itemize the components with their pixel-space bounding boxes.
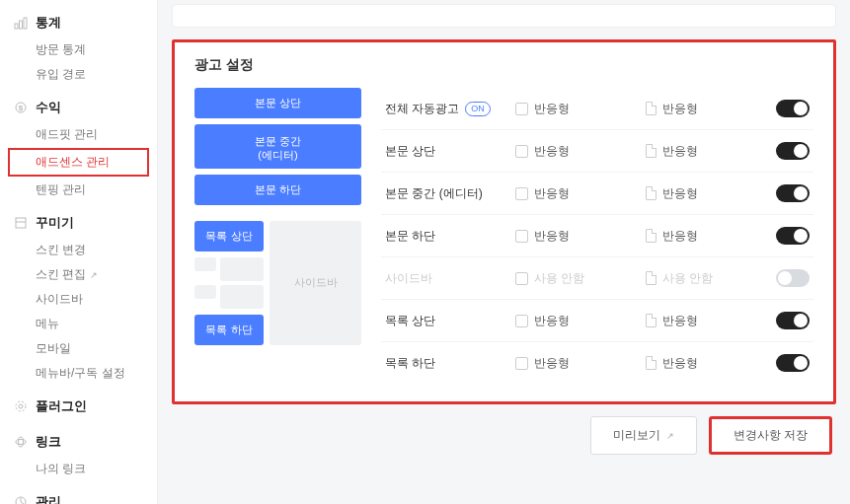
placement-label: 본문 하단: [385, 228, 503, 245]
nav-header[interactable]: 플러그인: [0, 392, 157, 421]
preview-slot-list-bottom: 목록 하단: [194, 315, 264, 345]
preview-slot-body-mid: 본문 중간 (에디터): [194, 124, 361, 169]
option-label: 반응형: [534, 313, 570, 329]
on-badge: ON: [465, 102, 491, 116]
checkbox-icon: [515, 145, 528, 158]
ad-option-desktop[interactable]: 반응형: [646, 101, 764, 117]
preview-slot-list-top: 목록 상단: [194, 221, 264, 252]
nav-item[interactable]: 스킨 편집↗: [0, 262, 157, 287]
nav-section-icon: [14, 435, 28, 449]
ad-option-mobile[interactable]: 반응형: [515, 143, 634, 160]
placement-toggle[interactable]: [776, 100, 810, 117]
nav-header[interactable]: $수익: [0, 93, 157, 122]
panel-title: 광고 설정: [194, 56, 813, 74]
checkbox-icon: [515, 357, 528, 370]
preview-button-label: 미리보기: [613, 427, 660, 444]
placement-toggle[interactable]: [776, 227, 810, 245]
placement-toggle[interactable]: [776, 312, 810, 329]
ad-option-mobile[interactable]: 사용 안함: [515, 270, 634, 287]
ad-placement-table: 전체 자동광고ON반응형반응형본문 상단반응형반응형본문 중간 (에디터)반응형…: [381, 88, 813, 384]
nav-item[interactable]: 모바일: [0, 336, 157, 361]
page-icon: [646, 271, 657, 285]
ad-option-mobile[interactable]: 반응형: [515, 355, 634, 372]
skeleton-thumb: [194, 285, 216, 299]
ad-option-desktop[interactable]: 반응형: [646, 185, 764, 202]
nav-item[interactable]: 사이드바: [0, 287, 157, 312]
preview-slot-body-top: 본문 상단: [194, 88, 361, 118]
nav-header[interactable]: 링크: [0, 427, 157, 457]
ad-option-desktop[interactable]: 반응형: [646, 355, 764, 372]
preview-slot-sidebar: 사이드바: [270, 221, 361, 345]
placement-label: 본문 상단: [385, 143, 503, 160]
nav-header-label: 꾸미기: [36, 214, 74, 232]
checkbox-icon: [515, 103, 528, 115]
top-card: [172, 4, 836, 28]
checkbox-icon: [515, 315, 528, 327]
nav-section-icon: $: [14, 101, 28, 114]
nav-header[interactable]: 관리: [0, 487, 157, 504]
skeleton-thumb: [194, 257, 216, 271]
preview-slot-body-bottom: 본문 하단: [194, 175, 361, 205]
ad-option-mobile[interactable]: 반응형: [515, 101, 634, 117]
option-label: 반응형: [662, 313, 698, 329]
nav-section: 플러그인: [0, 392, 157, 421]
placement-row: 본문 하단반응형반응형: [381, 215, 813, 257]
svg-rect-2: [24, 18, 27, 29]
ad-option-mobile[interactable]: 반응형: [515, 313, 634, 329]
ad-option-mobile[interactable]: 반응형: [515, 228, 634, 245]
placement-toggle[interactable]: [776, 142, 810, 160]
ad-option-desktop[interactable]: 반응형: [646, 143, 764, 160]
option-label: 반응형: [662, 355, 698, 372]
external-link-icon: ↗: [90, 270, 98, 280]
nav-header-label: 통계: [36, 14, 61, 32]
placement-toggle[interactable]: [776, 184, 810, 202]
svg-rect-1: [20, 21, 23, 29]
placement-label: 전체 자동광고ON: [385, 101, 503, 117]
nav-header[interactable]: 꾸미기: [0, 208, 157, 238]
nav-item[interactable]: 나의 링크: [0, 457, 157, 481]
nav-section-icon: [14, 16, 28, 30]
nav-item[interactable]: 애드핏 관리: [0, 122, 157, 147]
nav-section: 링크나의 링크: [0, 427, 157, 481]
skeleton-line: [220, 285, 264, 309]
option-label: 사용 안함: [662, 270, 713, 287]
nav-item[interactable]: 스킨 변경: [0, 238, 157, 262]
svg-rect-5: [16, 218, 26, 228]
placement-toggle[interactable]: [776, 354, 810, 372]
nav-item[interactable]: 메뉴: [0, 312, 157, 336]
svg-point-10: [19, 437, 24, 447]
nav-item[interactable]: 메뉴바/구독 설정: [0, 361, 157, 386]
page-icon: [646, 144, 657, 158]
main-content: 광고 설정 본문 상단 본문 중간 (에디터) 본문 하단 목록 상단: [158, 0, 850, 504]
preview-slot-body-mid-line1: 본문 중간: [194, 134, 361, 148]
preview-button[interactable]: 미리보기 ↗: [590, 416, 697, 455]
nav-section: 꾸미기스킨 변경스킨 편집↗사이드바메뉴모바일메뉴바/구독 설정: [0, 208, 157, 386]
nav-section-icon: [14, 399, 28, 413]
option-label: 반응형: [534, 355, 570, 372]
nav-item[interactable]: 텐핑 관리: [0, 178, 157, 202]
skeleton-line: [220, 257, 264, 281]
nav-section-icon: [14, 495, 28, 504]
page-icon: [646, 186, 657, 200]
placement-row: 목록 하단반응형반응형: [381, 342, 813, 384]
nav-item[interactable]: 유입 경로: [0, 62, 157, 87]
nav-header-label: 링크: [36, 433, 61, 451]
save-button[interactable]: 변경사항 저장: [709, 416, 832, 455]
nav-header[interactable]: 통계: [0, 8, 157, 37]
ad-option-mobile[interactable]: 반응형: [515, 185, 634, 202]
nav-item[interactable]: 방문 통계: [0, 37, 157, 62]
svg-point-9: [16, 440, 26, 445]
layout-preview: 본문 상단 본문 중간 (에디터) 본문 하단 목록 상단: [194, 88, 361, 384]
nav-section: 통계방문 통계유입 경로: [0, 8, 157, 87]
option-label: 반응형: [534, 228, 570, 245]
ad-option-desktop[interactable]: 사용 안함: [646, 270, 764, 287]
nav-item[interactable]: 애드센스 관리: [8, 148, 149, 177]
option-label: 반응형: [662, 185, 698, 202]
checkbox-icon: [515, 187, 528, 200]
external-link-icon: ↗: [666, 431, 674, 441]
placement-row: 전체 자동광고ON반응형반응형: [381, 88, 813, 130]
nav-header-label: 관리: [36, 493, 61, 504]
ad-option-desktop[interactable]: 반응형: [646, 228, 764, 245]
checkbox-icon: [515, 230, 528, 243]
ad-option-desktop[interactable]: 반응형: [646, 313, 764, 329]
